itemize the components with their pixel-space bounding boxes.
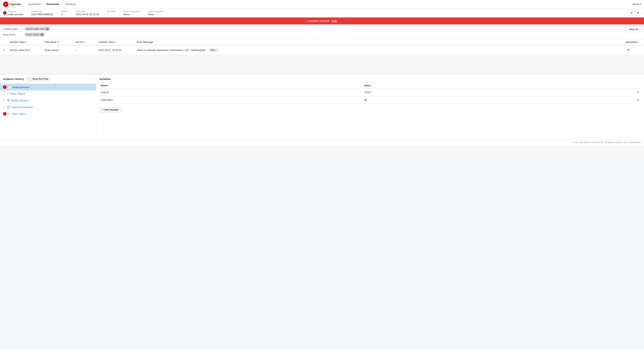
variable-row-order-value: orderValue 99 ✎ xyxy=(99,96,641,104)
variable-row-order-id: orderId "1234" ✎ xyxy=(99,88,641,96)
incidents-table: Incident Type ▾ Flow Node ▾ Job Id ▾ Cre… xyxy=(0,39,644,55)
version-value: 1 xyxy=(61,13,68,16)
parent-instance-value: None xyxy=(123,13,140,16)
process-header: ! Process order-process Instance Id 2251… xyxy=(0,9,644,18)
var-edit-order-id: ✎ xyxy=(544,88,641,96)
instance-history-title: Instance History xyxy=(3,78,24,81)
edit-order-value-button[interactable]: ✎ xyxy=(637,98,640,102)
version-item: Version 1 xyxy=(61,10,68,16)
incident-message: 1 Incident occured xyxy=(307,20,329,23)
start-date-value: 2022-04-01 16:21:23 xyxy=(76,13,99,16)
bottom-section: Instance History 🕐 Show End Time ! 📄 ord… xyxy=(0,74,644,139)
clear-all-button[interactable]: Clear All xyxy=(626,27,641,32)
incident-banner: 1 Incident occured Hide xyxy=(0,18,644,25)
instance-history-panel: Instance History 🕐 Show End Time ! 📄 ord… xyxy=(0,74,96,139)
history-item-payment-received[interactable]: ✓ 💬 Payment Received xyxy=(0,104,96,111)
spacer xyxy=(0,55,644,74)
col-creation-time[interactable]: Creation Time ▾ xyxy=(98,41,137,44)
col-flow-node[interactable]: Flow Node ▾ xyxy=(44,41,75,44)
var-value-order-value: 99 xyxy=(362,96,544,104)
brand-icon: C xyxy=(3,2,8,7)
retry-process-button[interactable]: ↺ xyxy=(628,10,634,16)
nav-decisions[interactable]: Decisions xyxy=(62,2,79,7)
history-item-label-order-value: Order Value? xyxy=(12,113,26,115)
filter-section: Incident type: Extract value error 1 Flo… xyxy=(0,25,644,39)
brand-name: Operate xyxy=(10,3,21,6)
nav-dashboard[interactable]: Dashboard xyxy=(26,2,43,7)
footer: © Camunda Services GmbH 2022. All rights… xyxy=(0,139,644,145)
hide-incident-link[interactable]: Hide xyxy=(332,20,337,23)
version-label: Version xyxy=(61,10,68,13)
var-name-order-id: orderId xyxy=(99,88,362,96)
variables-title: Variables xyxy=(99,78,641,81)
process-value: order-process xyxy=(8,13,24,16)
col-job-id[interactable]: Job Id ▾ xyxy=(75,41,98,44)
history-item-initiate-payment[interactable]: ✓ ⚙ Initiate Payment xyxy=(0,97,96,104)
add-variable-button[interactable]: + Add Variable xyxy=(99,107,121,113)
variables-table: Name Value orderId "1234" ✎ orderValue 9… xyxy=(99,83,641,104)
history-item-order-process[interactable]: ! 📄 order-process xyxy=(0,84,96,90)
called-instances-item: Called Instances None xyxy=(148,10,164,16)
var-actions-header xyxy=(544,83,641,88)
nav-user[interactable]: demo ▾ xyxy=(632,3,641,6)
incident-type-filter-row: Incident type: Extract value error 1 xyxy=(3,27,626,31)
row-index: 1 xyxy=(3,49,10,52)
var-name-order-value: orderValue xyxy=(99,96,362,104)
flow-node-label: Flow Node: xyxy=(3,33,22,36)
variables-section: Variables Name Value orderId "1234" ✎ xyxy=(96,74,644,139)
diamond-icon: ◇ xyxy=(8,113,10,115)
top-nav: C Operate Dashboard Processes Decisions … xyxy=(0,0,644,9)
row-flow-node: Order Value? xyxy=(44,49,75,52)
row-operations: ↺ xyxy=(626,47,641,53)
table-row: 1 Extract value error Order Value? -- 20… xyxy=(0,45,644,55)
nav-links: Dashboard Processes Decisions xyxy=(26,2,633,7)
col-error-message: Error Message xyxy=(137,41,626,44)
retry-incident-button[interactable]: ↺ xyxy=(626,47,631,53)
history-list: ! 📄 order-process ✓ ○ Order Placed ✓ ⚙ I… xyxy=(0,84,96,139)
called-instances-value: None xyxy=(148,13,164,16)
message-icon: 💬 xyxy=(7,106,10,109)
history-error-badge: ! xyxy=(3,85,6,89)
row-job-id: -- xyxy=(75,49,98,52)
show-end-time-button[interactable]: 🕐 Show End Time xyxy=(26,77,50,81)
start-date-label: Start Date xyxy=(76,10,99,13)
history-error-badge-order-value: ! xyxy=(3,112,6,116)
cancel-process-button[interactable]: ✕ xyxy=(635,10,641,16)
called-instances-label: Called Instances xyxy=(148,10,164,13)
instance-id-item: Instance Id 2251799813685251 xyxy=(31,10,54,16)
start-date-item: Start Date 2022-04-01 16:21:23 xyxy=(76,10,99,16)
row-incident-type: Extract value error xyxy=(10,49,44,52)
gear-icon: ⚙ xyxy=(7,99,10,102)
table-header: Incident Type ▾ Flow Node ▾ Job Id ▾ Cre… xyxy=(0,39,644,45)
incident-type-label: Incident type: xyxy=(3,28,22,30)
flow-node-tag-label: Order Value? xyxy=(26,33,40,36)
var-name-header: Name xyxy=(99,83,362,88)
completed-icon-order-placed: ✓ xyxy=(3,92,6,96)
instance-history-header: Instance History 🕐 Show End Time xyxy=(0,74,96,84)
parent-instance-label: Parent Instance Id xyxy=(123,10,140,13)
more-button[interactable]: More... xyxy=(209,48,219,52)
history-item-order-placed[interactable]: ✓ ○ Order Placed xyxy=(0,90,96,97)
col-incident-type[interactable]: Incident Type ▾ xyxy=(10,41,44,44)
history-item-label-payment-received: Payment Received xyxy=(12,106,33,109)
history-item-order-value[interactable]: ! ◇ Order Value? xyxy=(0,111,96,117)
nav-processes[interactable]: Processes xyxy=(44,2,62,7)
incident-type-tag[interactable]: Extract value error 1 xyxy=(24,27,51,31)
end-date-label: End Date xyxy=(107,10,116,13)
process-info: Process order-process xyxy=(8,10,24,16)
var-value-header: Value xyxy=(362,83,544,88)
flow-node-count: 1 xyxy=(40,33,44,36)
history-item-label-order-placed: Order Placed xyxy=(10,92,25,95)
clock-icon: 🕐 xyxy=(28,78,31,80)
incident-type-count: 1 xyxy=(46,27,49,30)
end-date-item: End Date -- xyxy=(107,10,116,16)
process-header-actions: ↺ ✕ xyxy=(628,10,641,16)
edit-order-id-button[interactable]: ✎ xyxy=(637,90,640,94)
circle-icon: ○ xyxy=(7,92,9,95)
file-icon: 📄 xyxy=(8,86,11,89)
process-label: Process xyxy=(8,10,24,13)
history-item-label-order-process: order-process xyxy=(13,86,30,89)
col-operations: Operations xyxy=(626,41,641,44)
flow-node-tag[interactable]: Order Value? 1 xyxy=(24,33,45,37)
instance-id-label: Instance Id xyxy=(31,10,54,13)
